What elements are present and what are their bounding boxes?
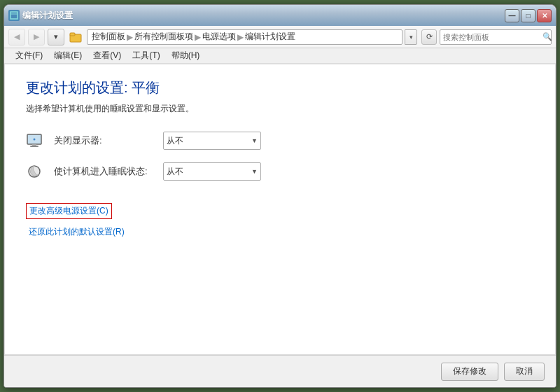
menu-tools[interactable]: 工具(T) (127, 48, 165, 63)
recent-button[interactable]: ▾ (48, 29, 64, 46)
breadcrumb-item-3: 电源选项 (202, 31, 236, 43)
svg-rect-6 (30, 146, 38, 147)
menu-edit[interactable]: 编辑(E) (48, 48, 88, 63)
page-title: 更改计划的设置: 平衡 (26, 78, 534, 97)
menu-file[interactable]: 文件(F) (10, 48, 48, 63)
back-button[interactable]: ◀ (8, 29, 25, 46)
address-bar: ◀ ▶ ▾ 控制面板 ▶ 所有控制面板项 ▶ 电源选项 ▶ 编辑计划设置 ▾ ⟳… (4, 26, 556, 48)
display-select[interactable]: 从不 ▼ (163, 132, 261, 150)
svg-rect-0 (10, 12, 18, 19)
window-icon (8, 10, 20, 21)
bottom-bar: 保存修改 取消 (4, 355, 556, 387)
sleep-label: 使计算机进入睡眠状态: (54, 165, 152, 178)
main-window: 编辑计划设置 — □ ✕ ◀ ▶ ▾ 控制面板 ▶ 所有控制面板项 ▶ 电源选项… (4, 4, 556, 388)
maximize-button[interactable]: □ (521, 9, 536, 22)
sleep-icon (26, 163, 43, 180)
title-bar: 编辑计划设置 — □ ✕ (4, 5, 556, 26)
display-setting-row: 关闭显示器: 从不 ▼ (26, 132, 534, 150)
search-box[interactable]: 🔍 (440, 29, 552, 45)
save-button[interactable]: 保存修改 (441, 363, 498, 381)
menu-bar: 文件(F) 编辑(E) 查看(V) 工具(T) 帮助(H) (4, 48, 556, 64)
minimize-button[interactable]: — (505, 9, 519, 22)
monitor-icon (26, 132, 43, 149)
address-dropdown-button[interactable]: ▾ (405, 29, 417, 45)
cancel-button[interactable]: 取消 (504, 363, 545, 381)
breadcrumb-item-1: 控制面板 (92, 31, 125, 43)
svg-rect-3 (70, 33, 75, 36)
title-bar-left: 编辑计划设置 (8, 10, 73, 22)
address-path[interactable]: 控制面板 ▶ 所有控制面板项 ▶ 电源选项 ▶ 编辑计划设置 (87, 29, 402, 45)
advanced-settings-link[interactable]: 更改高级电源设置(C) (26, 203, 112, 219)
breadcrumb-item-2: 所有控制面板项 (134, 31, 193, 43)
forward-button[interactable]: ▶ (28, 29, 45, 46)
display-select-arrow: ▼ (251, 137, 258, 144)
menu-help[interactable]: 帮助(H) (166, 48, 206, 63)
sleep-select[interactable]: 从不 ▼ (163, 162, 261, 181)
search-icon: 🔍 (542, 32, 552, 41)
breadcrumb-current: 编辑计划设置 (245, 31, 295, 43)
links-section: 更改高级电源设置(C) 还原此计划的默认设置(R) (26, 203, 534, 238)
restore-defaults-link[interactable]: 还原此计划的默认设置(R) (29, 226, 534, 238)
sep-3: ▶ (237, 32, 244, 42)
display-select-value: 从不 (167, 135, 183, 147)
svg-point-7 (34, 139, 36, 141)
folder-icon (69, 30, 83, 44)
sep-1: ▶ (127, 32, 133, 42)
refresh-button[interactable]: ⟳ (421, 29, 437, 45)
content-area: 更改计划的设置: 平衡 选择希望计算机使用的睡眠设置和显示设置。 关闭显示器: … (4, 64, 556, 355)
close-button[interactable]: ✕ (537, 9, 552, 22)
settings-section: 关闭显示器: 从不 ▼ 使计算机进入睡眠状态: 从不 ▼ (26, 132, 534, 181)
search-input[interactable] (443, 33, 540, 41)
page-subtitle: 选择希望计算机使用的睡眠设置和显示设置。 (26, 103, 534, 115)
sleep-select-value: 从不 (167, 166, 183, 178)
window-controls: — □ ✕ (505, 9, 552, 22)
sep-2: ▶ (195, 32, 201, 42)
window-title: 编辑计划设置 (22, 10, 73, 22)
display-label: 关闭显示器: (54, 134, 152, 147)
sleep-setting-row: 使计算机进入睡眠状态: 从不 ▼ (26, 162, 534, 181)
menu-view[interactable]: 查看(V) (88, 48, 127, 63)
sleep-select-arrow: ▼ (251, 168, 258, 175)
